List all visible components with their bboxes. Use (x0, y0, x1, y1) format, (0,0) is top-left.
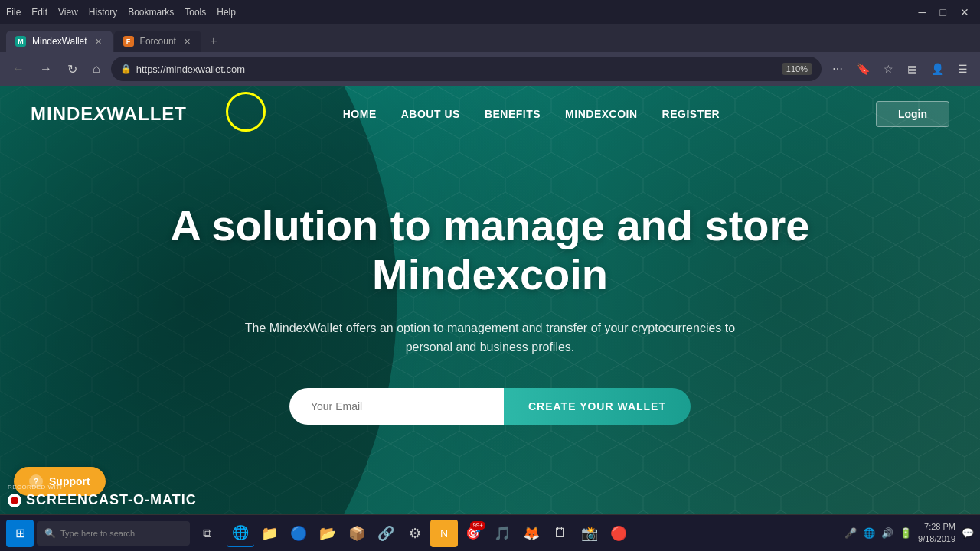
tab-close-forcount[interactable]: ✕ (182, 35, 192, 48)
tray-battery: 🔋 (900, 527, 912, 539)
reload-button[interactable]: ↻ (63, 59, 82, 80)
os-frame: File Edit View History Bookmarks Tools H… (0, 0, 980, 551)
nav-icons: ⋯ 🔖 ☆ ▤ 👤 ☰ (828, 60, 972, 78)
taskbar-search[interactable]: 🔍 Type here to search (37, 521, 190, 546)
nav-bar: ← → ↻ ⌂ 🔒 https://mindexwallet.com 110% … (0, 52, 980, 86)
record-dot (8, 494, 21, 507)
taskbar-badge: 99+ (470, 521, 485, 530)
security-lock-icon: 🔒 (120, 64, 132, 74)
tab-close-mindexwallet[interactable]: ✕ (93, 35, 103, 48)
tab-mindexwallet[interactable]: M MindexWallet ✕ (6, 31, 113, 52)
nav-register[interactable]: REGISTER (662, 108, 720, 120)
nav-benefits[interactable]: BENEFITS (485, 108, 541, 120)
tab-label-forcount: Forcount (140, 36, 176, 47)
taskbar-icon-chain[interactable]: 🔗 (372, 520, 400, 547)
menu-view[interactable]: View (58, 7, 78, 18)
site-menu: HOME ABOUT US BENEFITS MINDEXCOIN REGIST… (343, 108, 720, 120)
screencast-logo-row: SCREENCAST-O-MATIC (8, 492, 197, 508)
pocket-button[interactable]: 🔖 (852, 60, 874, 78)
taskbar-icon-badge[interactable]: 🎯 99+ (459, 520, 487, 547)
tab-add-button[interactable]: + (203, 31, 224, 52)
taskbar-icon-app1[interactable]: ⚙ (401, 520, 429, 547)
menu-tools[interactable]: Tools (185, 7, 206, 18)
hero-subtitle: The MindexWallet offers an option to man… (222, 318, 758, 357)
taskbar-app-icons: 🌐 📁 🔵 📂 📦 🔗 ⚙ N 🎯 99+ 🎵 🦊 🗒 📸 🔴 (227, 520, 632, 547)
search-placeholder: Type here to search (60, 529, 135, 538)
nav-mindexcoin[interactable]: MINDEXCOIN (565, 108, 637, 120)
title-bar-menu: File Edit View History Bookmarks Tools H… (6, 7, 236, 18)
window-minimize[interactable]: ─ (914, 6, 931, 18)
window-maximize[interactable]: □ (936, 6, 951, 18)
title-bar: File Edit View History Bookmarks Tools H… (0, 0, 980, 24)
taskbar-icon-app5[interactable]: 📸 (576, 520, 603, 547)
home-button[interactable]: ⌂ (88, 59, 105, 79)
hero-section: A solution to manage and store Mindexcoi… (0, 142, 980, 514)
cta-row: CREATE YOUR WALLET (289, 388, 691, 425)
back-button[interactable]: ← (8, 59, 29, 79)
tab-favicon-forcount: F (123, 36, 134, 47)
tab-label-mindexwallet: MindexWallet (32, 36, 87, 47)
tray-volume: 🔊 (881, 527, 893, 539)
taskbar-icon-browser[interactable]: 🌐 (227, 520, 254, 547)
menu-history[interactable]: History (89, 7, 117, 18)
menu-edit[interactable]: Edit (31, 7, 47, 18)
system-clock[interactable]: 7:28 PM 9/18/2019 (918, 521, 956, 545)
tray-notification[interactable]: 💬 (962, 527, 974, 539)
address-bar[interactable]: 🔒 https://mindexwallet.com 110% (111, 57, 822, 81)
tab-favicon-mindexwallet: M (15, 36, 26, 47)
website-content: MINDEXWALLET HOME ABOUT US BENEFITS MIND… (0, 86, 980, 514)
menu-file[interactable]: File (6, 7, 21, 18)
menu-bookmarks[interactable]: Bookmarks (128, 7, 174, 18)
record-dot-inner (11, 497, 18, 504)
bookmark-button[interactable]: ☆ (879, 60, 898, 78)
site-nav: MINDEXWALLET HOME ABOUT US BENEFITS MIND… (0, 86, 980, 142)
hero-title: A solution to manage and store Mindexcoi… (145, 201, 835, 300)
email-input[interactable] (289, 388, 504, 425)
taskbar-icon-explorer[interactable]: 📂 (314, 520, 341, 547)
address-text: https://mindexwallet.com (136, 64, 771, 75)
taskbar-icon-taskview[interactable]: ⧉ (193, 520, 220, 547)
window-close[interactable]: ✕ (956, 6, 974, 18)
site-inner: MINDEXWALLET HOME ABOUT US BENEFITS MIND… (0, 86, 980, 514)
tray-mic: 🎤 (844, 527, 857, 539)
login-button[interactable]: Login (876, 101, 949, 127)
taskbar: ⊞ 🔍 Type here to search ⧉ 🌐 📁 🔵 📂 📦 🔗 ⚙ … (0, 514, 980, 551)
start-button[interactable]: ⊞ (6, 520, 34, 547)
menu-help[interactable]: Help (217, 7, 236, 18)
zoom-badge: 110% (782, 63, 812, 75)
logo-x: X (93, 103, 106, 124)
recorded-with-label: RECORDED WITH (8, 484, 197, 491)
taskbar-icon-yellow[interactable]: N (430, 520, 458, 547)
clock-time: 7:28 PM (918, 521, 956, 533)
search-icon: 🔍 (44, 528, 56, 539)
tab-bar: M MindexWallet ✕ F Forcount ✕ + (0, 24, 980, 52)
nav-about-us[interactable]: ABOUT US (401, 108, 460, 120)
taskbar-icon-dropbox[interactable]: 📦 (343, 520, 371, 547)
taskbar-icon-edge[interactable]: 🔵 (285, 520, 312, 547)
taskbar-icon-app6[interactable]: 🔴 (605, 520, 632, 547)
site-logo: MINDEXWALLET (31, 103, 187, 125)
sync-button[interactable]: 👤 (926, 60, 949, 78)
menu-button[interactable]: ☰ (953, 60, 972, 78)
tab-forcount[interactable]: F Forcount ✕ (114, 31, 201, 52)
sidebar-button[interactable]: ▤ (903, 60, 922, 78)
taskbar-icon-files[interactable]: 📁 (256, 520, 283, 547)
clock-date: 9/18/2019 (918, 533, 956, 545)
screencast-watermark: RECORDED WITH SCREENCAST-O-MATIC (8, 484, 197, 508)
nav-home[interactable]: HOME (343, 108, 377, 120)
taskbar-icon-app3[interactable]: 🎵 (488, 520, 516, 547)
create-wallet-button[interactable]: CREATE YOUR WALLET (504, 388, 691, 425)
taskbar-icon-app4[interactable]: 🗒 (547, 520, 574, 547)
forward-button[interactable]: → (35, 59, 57, 79)
screencast-logo-text: SCREENCAST-O-MATIC (26, 492, 197, 508)
tray-network: 🌐 (863, 527, 875, 539)
taskbar-icon-firefox[interactable]: 🦊 (518, 520, 545, 547)
extensions-button[interactable]: ⋯ (828, 60, 848, 78)
system-tray: 🎤 🌐 🔊 🔋 7:28 PM 9/18/2019 💬 (844, 521, 974, 545)
